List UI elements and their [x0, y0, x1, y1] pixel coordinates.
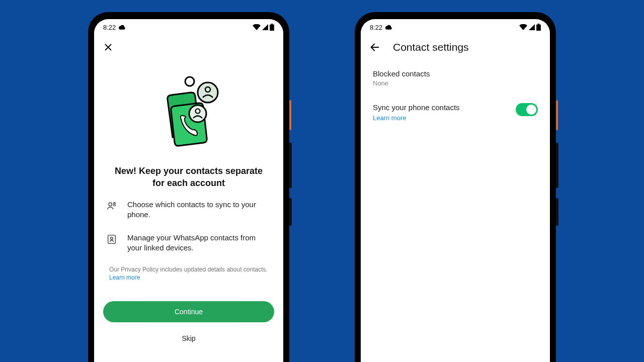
svg-rect-1: [271, 24, 273, 25]
app-bar: [94, 35, 283, 59]
wifi-icon: [253, 24, 261, 30]
sync-learn-more-link[interactable]: Learn more: [373, 114, 460, 122]
contacts-sync-icon: [106, 200, 117, 214]
sync-contacts-toggle[interactable]: [516, 103, 538, 116]
continue-button[interactable]: Continue: [103, 301, 274, 322]
cloud-icon: [385, 25, 392, 30]
skip-button[interactable]: Skip: [103, 329, 274, 347]
svg-rect-0: [270, 25, 274, 31]
privacy-learn-more-link[interactable]: Learn more: [109, 274, 140, 281]
setting-value: None: [373, 79, 538, 87]
setting-label: Blocked contacts: [373, 69, 538, 78]
hardware-button: [289, 143, 292, 188]
hardware-button: [556, 143, 558, 188]
battery-icon: [270, 24, 274, 31]
arrow-back-icon: [369, 42, 380, 53]
cloud-icon: [119, 25, 126, 30]
status-time: 8:22: [370, 24, 382, 31]
wifi-icon: [519, 24, 527, 30]
signal-icon: [262, 24, 268, 30]
svg-point-8: [114, 202, 116, 204]
hardware-button: [556, 198, 558, 226]
signal-icon: [529, 24, 535, 30]
battery-icon: [536, 24, 541, 31]
sync-contacts-item: Sync your phone contacts Learn more: [373, 94, 538, 131]
bullet-item: Choose which contacts to sync to your ph…: [106, 200, 271, 220]
hero-illustration: [103, 59, 274, 165]
onboarding-headline: New! Keep your contacts separate for eac…: [103, 165, 274, 190]
svg-point-10: [111, 237, 113, 240]
close-icon: [104, 43, 113, 52]
app-bar: Contact settings: [361, 35, 550, 59]
svg-rect-12: [538, 24, 540, 25]
hardware-button: [289, 198, 292, 226]
privacy-text: Our Privacy Policy includes updated deta…: [109, 266, 268, 273]
svg-point-2: [185, 77, 194, 86]
bullet-item: Manage your WhatsApp contacts from your …: [106, 233, 271, 253]
svg-rect-11: [536, 25, 541, 31]
status-bar: 8:22: [361, 19, 550, 35]
svg-point-7: [109, 203, 112, 206]
screen-onboarding: 8:22: [94, 19, 283, 362]
setting-label: Sync your phone contacts: [373, 103, 460, 112]
blocked-contacts-item[interactable]: Blocked contacts None: [373, 62, 538, 94]
bullet-text: Choose which contacts to sync to your ph…: [127, 200, 271, 220]
phone-frame-left: 8:22: [88, 12, 289, 362]
privacy-note: Our Privacy Policy includes updated deta…: [103, 265, 274, 283]
phone-frame-right: 8:22 Contact settings: [355, 12, 556, 362]
bullet-text: Manage your WhatsApp contacts from your …: [127, 233, 271, 253]
back-button[interactable]: [368, 40, 382, 54]
page-title: Contact settings: [393, 41, 469, 53]
close-button[interactable]: [101, 40, 115, 54]
status-bar: 8:22: [94, 19, 283, 35]
screen-contact-settings: 8:22 Contact settings: [361, 19, 550, 362]
linked-devices-icon: [106, 233, 117, 247]
status-time: 8:22: [103, 24, 116, 31]
